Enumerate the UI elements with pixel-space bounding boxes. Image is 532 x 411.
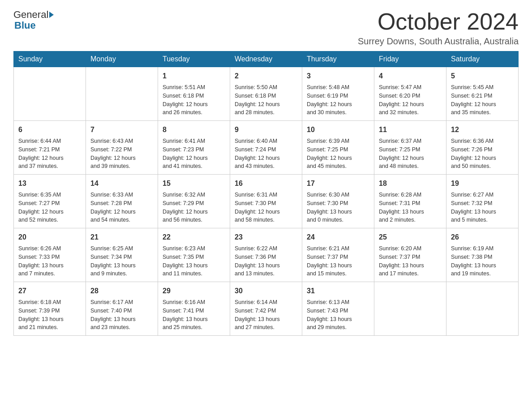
day-info-w4-d4: Sunrise: 6:21 AM Sunset: 7:37 PM Dayligh… <box>307 244 369 278</box>
day-number-w1-d2: 1 <box>163 71 225 81</box>
day-cell-w1-d1 <box>86 67 158 121</box>
day-number-w4-d3: 23 <box>235 232 297 243</box>
day-info-w4-d6: Sunrise: 6:19 AM Sunset: 7:38 PM Dayligh… <box>451 244 514 278</box>
header-tuesday: Tuesday <box>158 51 230 67</box>
day-cell-w2-d5: 11Sunrise: 6:37 AM Sunset: 7:25 PM Dayli… <box>374 121 446 175</box>
day-cell-w1-d2: 1Sunrise: 5:51 AM Sunset: 6:18 PM Daylig… <box>158 67 230 121</box>
day-info-w3-d1: Sunrise: 6:33 AM Sunset: 7:28 PM Dayligh… <box>90 191 153 224</box>
day-cell-w2-d2: 8Sunrise: 6:41 AM Sunset: 7:23 PM Daylig… <box>158 121 230 175</box>
day-number-w4-d6: 26 <box>451 232 514 243</box>
day-info-w2-d3: Sunrise: 6:40 AM Sunset: 7:24 PM Dayligh… <box>235 137 297 171</box>
day-cell-w2-d0: 6Sunrise: 6:44 AM Sunset: 7:21 PM Daylig… <box>14 121 86 175</box>
location-title: Surrey Downs, South Australia, Australia <box>358 36 519 47</box>
day-info-w4-d0: Sunrise: 6:26 AM Sunset: 7:33 PM Dayligh… <box>18 244 81 278</box>
calendar-table: Sunday Monday Tuesday Wednesday Thursday… <box>13 51 519 336</box>
day-info-w1-d2: Sunrise: 5:51 AM Sunset: 6:18 PM Dayligh… <box>163 83 225 117</box>
day-number-w1-d3: 2 <box>235 71 297 81</box>
day-info-w2-d6: Sunrise: 6:36 AM Sunset: 7:26 PM Dayligh… <box>451 137 514 171</box>
day-number-w3-d2: 15 <box>163 178 225 189</box>
logo-blue-text: Blue <box>14 20 54 31</box>
day-number-w3-d6: 19 <box>451 178 514 189</box>
header-wednesday: Wednesday <box>230 51 302 67</box>
weekday-header-row: Sunday Monday Tuesday Wednesday Thursday… <box>14 51 519 67</box>
day-number-w4-d5: 25 <box>379 232 442 243</box>
day-info-w2-d4: Sunrise: 6:39 AM Sunset: 7:25 PM Dayligh… <box>307 137 369 171</box>
day-info-w5-d2: Sunrise: 6:16 AM Sunset: 7:41 PM Dayligh… <box>163 298 225 332</box>
day-number-w1-d6: 5 <box>451 71 514 81</box>
header-monday: Monday <box>86 51 158 67</box>
day-cell-w1-d4: 3Sunrise: 5:48 AM Sunset: 6:19 PM Daylig… <box>302 67 374 121</box>
day-cell-w5-d6 <box>446 282 519 336</box>
day-info-w5-d3: Sunrise: 6:14 AM Sunset: 7:42 PM Dayligh… <box>235 298 297 332</box>
day-cell-w3-d2: 15Sunrise: 6:32 AM Sunset: 7:29 PM Dayli… <box>158 175 230 228</box>
week-row-1: 1Sunrise: 5:51 AM Sunset: 6:18 PM Daylig… <box>14 67 519 121</box>
day-cell-w1-d5: 4Sunrise: 5:47 AM Sunset: 6:20 PM Daylig… <box>374 67 446 121</box>
day-number-w2-d5: 11 <box>379 124 442 135</box>
header-sunday: Sunday <box>14 51 86 67</box>
day-cell-w2-d6: 12Sunrise: 6:36 AM Sunset: 7:26 PM Dayli… <box>446 121 519 175</box>
day-cell-w2-d1: 7Sunrise: 6:43 AM Sunset: 7:22 PM Daylig… <box>86 121 158 175</box>
page-header: General Blue October 2024 Surrey Downs, … <box>13 9 519 47</box>
day-number-w5-d4: 31 <box>307 286 369 296</box>
day-cell-w1-d3: 2Sunrise: 5:50 AM Sunset: 6:18 PM Daylig… <box>230 67 302 121</box>
day-cell-w3-d6: 19Sunrise: 6:27 AM Sunset: 7:32 PM Dayli… <box>446 175 519 228</box>
day-info-w1-d6: Sunrise: 5:45 AM Sunset: 6:21 PM Dayligh… <box>451 83 514 117</box>
header-saturday: Saturday <box>446 51 519 67</box>
day-info-w2-d2: Sunrise: 6:41 AM Sunset: 7:23 PM Dayligh… <box>163 137 225 171</box>
logo: General Blue <box>13 9 54 31</box>
day-info-w3-d0: Sunrise: 6:35 AM Sunset: 7:27 PM Dayligh… <box>18 191 81 224</box>
day-cell-w3-d4: 17Sunrise: 6:30 AM Sunset: 7:30 PM Dayli… <box>302 175 374 228</box>
day-number-w2-d6: 12 <box>451 124 514 135</box>
day-info-w1-d3: Sunrise: 5:50 AM Sunset: 6:18 PM Dayligh… <box>235 83 297 117</box>
day-info-w4-d3: Sunrise: 6:22 AM Sunset: 7:36 PM Dayligh… <box>235 244 297 278</box>
day-cell-w4-d1: 21Sunrise: 6:25 AM Sunset: 7:34 PM Dayli… <box>86 228 158 282</box>
day-number-w4-d4: 24 <box>307 232 369 243</box>
day-info-w2-d5: Sunrise: 6:37 AM Sunset: 7:25 PM Dayligh… <box>379 137 442 171</box>
day-info-w3-d3: Sunrise: 6:31 AM Sunset: 7:30 PM Dayligh… <box>235 191 297 224</box>
day-number-w5-d3: 30 <box>235 286 297 296</box>
day-info-w4-d1: Sunrise: 6:25 AM Sunset: 7:34 PM Dayligh… <box>90 244 153 278</box>
day-number-w2-d4: 10 <box>307 124 369 135</box>
day-info-w3-d2: Sunrise: 6:32 AM Sunset: 7:29 PM Dayligh… <box>163 191 225 224</box>
day-info-w1-d4: Sunrise: 5:48 AM Sunset: 6:19 PM Dayligh… <box>307 83 369 117</box>
day-number-w2-d0: 6 <box>18 124 81 135</box>
day-number-w3-d4: 17 <box>307 178 369 189</box>
day-cell-w4-d2: 22Sunrise: 6:23 AM Sunset: 7:35 PM Dayli… <box>158 228 230 282</box>
day-number-w4-d1: 21 <box>90 232 153 243</box>
day-cell-w4-d5: 25Sunrise: 6:20 AM Sunset: 7:37 PM Dayli… <box>374 228 446 282</box>
day-number-w2-d2: 8 <box>163 124 225 135</box>
header-thursday: Thursday <box>302 51 374 67</box>
day-number-w2-d1: 7 <box>90 124 153 135</box>
day-cell-w1-d6: 5Sunrise: 5:45 AM Sunset: 6:21 PM Daylig… <box>446 67 519 121</box>
day-info-w5-d1: Sunrise: 6:17 AM Sunset: 7:40 PM Dayligh… <box>90 298 153 332</box>
header-friday: Friday <box>374 51 446 67</box>
day-cell-w2-d4: 10Sunrise: 6:39 AM Sunset: 7:25 PM Dayli… <box>302 121 374 175</box>
day-cell-w3-d5: 18Sunrise: 6:28 AM Sunset: 7:31 PM Dayli… <box>374 175 446 228</box>
day-info-w1-d5: Sunrise: 5:47 AM Sunset: 6:20 PM Dayligh… <box>379 83 442 117</box>
day-cell-w3-d3: 16Sunrise: 6:31 AM Sunset: 7:30 PM Dayli… <box>230 175 302 228</box>
day-number-w3-d1: 14 <box>90 178 153 189</box>
day-cell-w5-d4: 31Sunrise: 6:13 AM Sunset: 7:43 PM Dayli… <box>302 282 374 336</box>
day-cell-w5-d2: 29Sunrise: 6:16 AM Sunset: 7:41 PM Dayli… <box>158 282 230 336</box>
day-number-w4-d0: 20 <box>18 232 81 243</box>
logo-general-text: General <box>13 9 48 21</box>
day-cell-w5-d5 <box>374 282 446 336</box>
day-cell-w4-d4: 24Sunrise: 6:21 AM Sunset: 7:37 PM Dayli… <box>302 228 374 282</box>
logo-arrow-icon <box>49 12 54 18</box>
day-cell-w2-d3: 9Sunrise: 6:40 AM Sunset: 7:24 PM Daylig… <box>230 121 302 175</box>
day-number-w5-d1: 28 <box>90 286 153 296</box>
week-row-4: 20Sunrise: 6:26 AM Sunset: 7:33 PM Dayli… <box>14 228 519 282</box>
day-cell-w4-d6: 26Sunrise: 6:19 AM Sunset: 7:38 PM Dayli… <box>446 228 519 282</box>
week-row-5: 27Sunrise: 6:18 AM Sunset: 7:39 PM Dayli… <box>14 282 519 336</box>
day-cell-w5-d3: 30Sunrise: 6:14 AM Sunset: 7:42 PM Dayli… <box>230 282 302 336</box>
day-info-w3-d5: Sunrise: 6:28 AM Sunset: 7:31 PM Dayligh… <box>379 191 442 224</box>
day-number-w1-d5: 4 <box>379 71 442 81</box>
day-info-w4-d2: Sunrise: 6:23 AM Sunset: 7:35 PM Dayligh… <box>163 244 225 278</box>
day-number-w1-d4: 3 <box>307 71 369 81</box>
day-number-w3-d5: 18 <box>379 178 442 189</box>
day-cell-w3-d0: 13Sunrise: 6:35 AM Sunset: 7:27 PM Dayli… <box>14 175 86 228</box>
day-cell-w5-d1: 28Sunrise: 6:17 AM Sunset: 7:40 PM Dayli… <box>86 282 158 336</box>
day-info-w3-d4: Sunrise: 6:30 AM Sunset: 7:30 PM Dayligh… <box>307 191 369 224</box>
week-row-3: 13Sunrise: 6:35 AM Sunset: 7:27 PM Dayli… <box>14 175 519 228</box>
day-info-w2-d1: Sunrise: 6:43 AM Sunset: 7:22 PM Dayligh… <box>90 137 153 171</box>
